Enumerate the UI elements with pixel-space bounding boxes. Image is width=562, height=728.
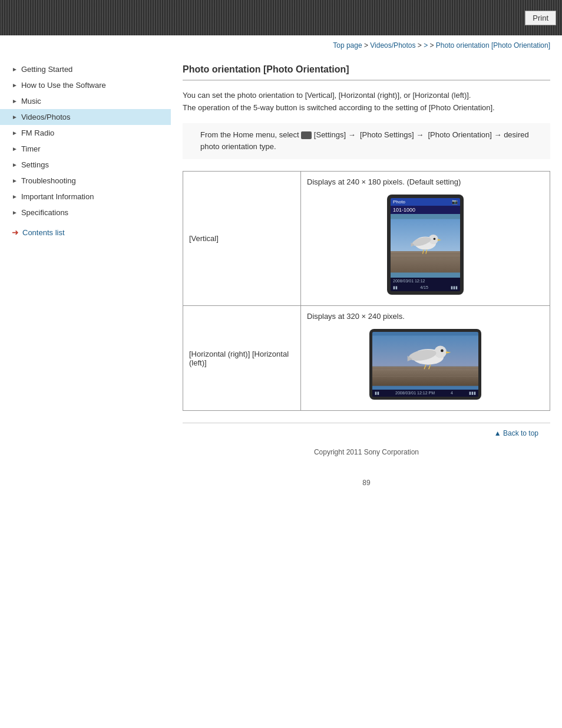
device-mockup-vertical: Photo 📷 101-1000: [387, 195, 464, 295]
breadcrumb-separator-3: >: [430, 41, 436, 50]
breadcrumb-separator-2: >: [418, 41, 424, 50]
print-button[interactable]: Print: [525, 11, 556, 25]
page-section-title: Photo orientation [Photo Orientation]: [183, 64, 550, 81]
page-number: 89: [183, 473, 550, 493]
main-layout: ► Getting Started ► How to Use the Softw…: [0, 55, 562, 505]
table-cell-vertical-content: Displays at 240 × 180 pixels. (Default s…: [301, 172, 550, 306]
device-bottom-bar-horizontal: ▮▮ 2008/03/01 12:12 PM 4 ▮▮▮: [372, 390, 478, 397]
sidebar-item-fm-radio[interactable]: ► FM Radio: [0, 125, 171, 141]
breadcrumb-current-page[interactable]: Photo orientation [Photo Orientation]: [436, 41, 550, 50]
device-photo-area-horizontal: [372, 332, 478, 390]
sidebar-item-troubleshooting[interactable]: ► Troubleshooting: [0, 173, 171, 189]
device-track-info: 4/15: [420, 285, 428, 290]
back-to-top-link[interactable]: Back to top: [494, 429, 538, 437]
contents-list-link[interactable]: ➜ Contents list: [0, 220, 171, 241]
device-date-info-h: 2008/03/01 12:12 PM: [395, 391, 435, 396]
device-photo-label: Photo: [393, 199, 405, 205]
sidebar-item-music[interactable]: ► Music: [0, 93, 171, 109]
device-battery-icon: ▮▮▮: [451, 285, 458, 290]
sidebar-item-specifications[interactable]: ► Specifications: [0, 205, 171, 220]
device-file-info-bar: 101-1000: [391, 206, 460, 214]
orientation-table: [Vertical] Displays at 240 × 180 pixels.…: [183, 171, 550, 411]
pixel-info-vertical: Displays at 240 × 180 pixels. (Default s…: [307, 177, 544, 186]
pixel-info-horizontal: Displays at 320 × 240 pixels.: [307, 312, 544, 321]
chevron-right-icon: ►: [12, 177, 18, 184]
sidebar-item-videos-photos[interactable]: ► Videos/Photos: [0, 109, 171, 125]
device-file-info: 101-1000: [393, 207, 415, 213]
chevron-right-icon: ►: [12, 114, 18, 120]
svg-point-19: [434, 346, 447, 358]
header-bar: Print: [0, 0, 562, 35]
device-battery-icon-h: ▮▮▮: [469, 391, 476, 396]
device-mockup-horizontal: ▮▮ 2008/03/01 12:12 PM 4 ▮▮▮: [369, 329, 481, 400]
svg-point-8: [434, 238, 436, 241]
chevron-right-icon: ►: [12, 146, 18, 152]
breadcrumb-separator-1: >: [364, 41, 370, 50]
device-track-info-h: 4: [451, 391, 453, 396]
device-date-bar: 2008/03/01 12:12: [391, 278, 460, 284]
sidebar-item-how-to-use[interactable]: ► How to Use the Software: [0, 77, 171, 93]
chevron-right-icon: ►: [12, 209, 18, 216]
contents-list-label[interactable]: Contents list: [22, 228, 65, 237]
chevron-right-icon: ►: [12, 130, 18, 136]
table-cell-vertical-label: [Vertical]: [183, 172, 301, 306]
device-pause-icon: ▮▮: [393, 285, 398, 290]
device-file-icon: 📷: [452, 199, 458, 205]
table-cell-horizontal-content: Displays at 320 × 240 pixels.: [301, 306, 550, 411]
copyright-text: Copyright 2011 Sony Corporation: [183, 443, 550, 461]
chevron-right-icon: ►: [12, 66, 18, 73]
chevron-right-icon: ►: [12, 162, 18, 168]
device-photo-area-vertical: [391, 214, 460, 278]
chevron-right-icon: ►: [12, 82, 18, 88]
description-line-1: You can set the photo orientation to [Ve…: [183, 90, 550, 102]
sidebar-item-important-info[interactable]: ► Important Information: [0, 189, 171, 205]
instruction-text-part2: [Settings] → [Photo Settings] → [Photo O…: [314, 130, 504, 139]
page-title: Photo orientation [Photo Orientation]: [183, 64, 550, 75]
table-row: [Horizontal (right)] [Horizontal (left)]…: [183, 306, 550, 411]
bird-image-vertical: [391, 214, 460, 278]
svg-rect-14: [372, 367, 478, 386]
instruction-text-before-icon: From the Home menu, select: [200, 130, 301, 139]
device-status-bar: Photo 📷: [391, 198, 460, 206]
sidebar-item-timer[interactable]: ► Timer: [0, 141, 171, 157]
device-pause-icon-h: ▮▮: [375, 391, 379, 396]
instruction-box: From the Home menu, select [Settings] → …: [183, 123, 550, 160]
breadcrumb-top-page[interactable]: Top page: [333, 41, 362, 50]
content-area: Photo orientation [Photo Orientation] Yo…: [171, 55, 562, 505]
description-line-2: The operation of the 5-way button is swi…: [183, 102, 550, 114]
device-controls-bar: ▮▮ 4/15 ▮▮▮: [391, 284, 460, 291]
table-row: [Vertical] Displays at 240 × 180 pixels.…: [183, 172, 550, 306]
chevron-right-icon: ►: [12, 193, 18, 200]
sidebar: ► Getting Started ► How to Use the Softw…: [0, 55, 171, 505]
device-screen-horizontal: ▮▮ 2008/03/01 12:12 PM 4 ▮▮▮: [372, 332, 478, 397]
breadcrumb: Top page > Videos/Photos > > > Photo ori…: [0, 35, 562, 55]
description-block: You can set the photo orientation to [Ve…: [183, 90, 550, 114]
bird-image-horizontal: [372, 332, 478, 390]
svg-point-21: [441, 350, 444, 353]
sidebar-item-settings[interactable]: ► Settings: [0, 157, 171, 173]
sidebar-item-getting-started[interactable]: ► Getting Started: [0, 61, 171, 77]
breadcrumb-videos-photos[interactable]: Videos/Photos: [370, 41, 415, 50]
footer-area: Back to top: [183, 423, 550, 443]
chevron-right-icon: ►: [12, 98, 18, 104]
arrow-right-icon: ➜: [12, 228, 19, 237]
device-screen-vertical: Photo 📷 101-1000: [391, 198, 460, 291]
table-cell-horizontal-label: [Horizontal (right)] [Horizontal (left)]: [183, 306, 301, 411]
breadcrumb-photo-settings[interactable]: >: [424, 41, 429, 50]
device-date-info: 2008/03/01 12:12: [393, 279, 425, 283]
settings-icon: [301, 131, 312, 139]
